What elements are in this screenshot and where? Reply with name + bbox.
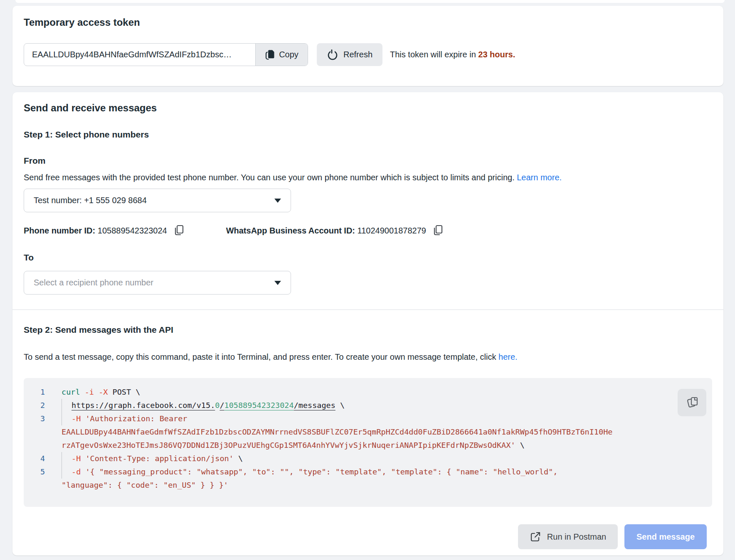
- to-placeholder: Select a recipient phone number: [34, 278, 153, 287]
- from-selected-value: Test number: +1 555 029 8684: [34, 196, 147, 205]
- line-number: 5: [40, 465, 62, 479]
- copy-code-button[interactable]: [678, 389, 706, 416]
- line-number: 4: [40, 452, 62, 465]
- run-in-postman-label: Run in Postman: [547, 532, 606, 542]
- code-line-content: https://graph.facebook.com/v15.0/1058895…: [62, 399, 345, 412]
- code-segment: /messages: [294, 401, 335, 410]
- code-line: 5-d '{ "messaging_product": "whatsapp", …: [24, 465, 712, 479]
- code-segment: "language": { "code": "en_US" } } }': [62, 481, 228, 489]
- code-line: 4-H 'Content-Type: application/json' \: [24, 452, 712, 465]
- line-number: 1: [40, 386, 62, 399]
- whatsapp-api-setup-page: Temporary access token EAALLDUBpy44BAHNf…: [0, 0, 735, 560]
- code-line-content: -d '{ "messaging_product": "whatsapp", "…: [62, 465, 558, 479]
- learn-more-link[interactable]: Learn more.: [517, 173, 562, 182]
- to-phone-select[interactable]: Select a recipient phone number: [24, 271, 291, 295]
- action-buttons-row: Run in Postman Send message: [518, 524, 707, 549]
- code-line: 2https://graph.facebook.com/v15.0/105889…: [24, 399, 712, 412]
- code-line-content: curl -i -X POST \: [62, 386, 140, 399]
- waba-id-label: WhatsApp Business Account ID:: [226, 226, 355, 236]
- from-description-text: Send free messages with the provided tes…: [24, 173, 517, 182]
- copy-icon: [265, 49, 275, 60]
- copy-icon: [685, 395, 699, 410]
- send-message-label: Send message: [636, 532, 695, 542]
- line-number: 3: [40, 412, 62, 425]
- code-segment: 105889542323024: [224, 401, 294, 410]
- code-line: 3-H 'Authorization: Bearer: [24, 412, 712, 425]
- code-segment: /: [220, 401, 224, 410]
- expiry-prefix: This token will expire in: [390, 50, 476, 59]
- expiry-highlight: 23 hours.: [476, 50, 515, 59]
- code-segment: '{ "messaging_product": "whatsapp", "to"…: [81, 467, 557, 476]
- code-segment: 'Authorization: Bearer: [81, 414, 187, 423]
- phone-number-id-value: 105889542323024: [95, 226, 167, 236]
- code-segment: -d: [72, 467, 81, 476]
- previous-card-bottom-edge: [15, 0, 725, 3]
- token-expiry-text: This token will expire in 23 hours.: [390, 43, 515, 66]
- code-line: EAALLDUBpy44BAHNfaeGdmfWfSZAdIFzb1DzbscO…: [24, 425, 712, 439]
- curl-command-code-block: 1curl -i -X POST \2https://graph.faceboo…: [24, 378, 712, 507]
- code-line-content: "language": { "code": "en_US" } } }': [62, 479, 228, 492]
- code-segment: 0: [215, 401, 220, 410]
- code-segment: curl: [62, 388, 85, 396]
- from-description: Send free messages with the provided tes…: [24, 171, 562, 184]
- code-line-content: rzATgevOsWxe23HoTEJmsJ86VQ7DDNd1ZBj3OPuz…: [62, 439, 525, 452]
- step2-description: To send a test message, copy this comman…: [24, 351, 518, 363]
- code-line: rzATgevOsWxe23HoTEJmsJ86VQ7DDNd1ZBj3OPuz…: [24, 439, 712, 452]
- temporary-access-token-card: Temporary access token EAALLDUBpy44BAHNf…: [12, 6, 723, 86]
- refresh-icon: [327, 49, 338, 61]
- line-number: [40, 425, 62, 439]
- code-segment: rzATgevOsWxe23HoTEJmsJ86VQ7DDNd1ZBj3OPuz…: [62, 441, 515, 449]
- here-link[interactable]: here.: [498, 352, 518, 361]
- refresh-token-button[interactable]: Refresh: [317, 43, 382, 66]
- from-phone-select[interactable]: Test number: +1 555 029 8684: [24, 189, 291, 212]
- line-number: [40, 479, 62, 492]
- external-link-icon: [530, 531, 541, 543]
- code-segment: -H: [72, 414, 81, 423]
- messages-card-title: Send and receive messages: [24, 102, 157, 114]
- copy-button-label: Copy: [279, 50, 298, 59]
- copy-token-button[interactable]: Copy: [255, 44, 308, 66]
- code-line: 1curl -i -X POST \: [24, 386, 712, 399]
- code-lines: 1curl -i -X POST \2https://graph.faceboo…: [24, 386, 712, 492]
- code-line: "language": { "code": "en_US" } } }': [24, 479, 712, 492]
- code-segment: \: [515, 441, 525, 449]
- code-segment: EAALLDUBpy44BAHNfaeGdmfWfSZAdIFzb1DzbscO…: [62, 427, 612, 436]
- code-segment: -X: [99, 388, 108, 396]
- code-segment: https://graph.facebook.com/v15.: [72, 401, 215, 410]
- code-line-content: EAALLDUBpy44BAHNfaeGdmfWfSZAdIFzb1DzbscO…: [62, 425, 612, 439]
- code-segment: [94, 388, 99, 396]
- step1-heading: Step 1: Select phone numbers: [24, 130, 149, 140]
- code-line-content: -H 'Content-Type: application/json' \: [62, 452, 243, 465]
- code-segment: -i: [85, 388, 94, 396]
- code-segment: 'Content-Type: application/json': [81, 454, 234, 463]
- step2-heading: Step 2: Send messages with the API: [24, 325, 173, 335]
- token-card-title: Temporary access token: [24, 17, 140, 28]
- waba-id-value: 110249001878279: [355, 226, 426, 236]
- code-segment: -H: [72, 454, 81, 463]
- chevron-down-icon: [274, 199, 281, 203]
- code-segment: POST \: [108, 388, 140, 396]
- to-label: To: [24, 253, 34, 263]
- copy-waba-id-button[interactable]: [432, 224, 444, 237]
- ids-row: Phone number ID: 105889542323024 WhatsAp…: [24, 224, 444, 237]
- refresh-button-label: Refresh: [343, 50, 372, 59]
- access-token-field[interactable]: EAALLDUBpy44BAHNfaeGdmfWfSZAdIFzb1Dzbsc…: [24, 44, 255, 66]
- phone-number-id-label: Phone number ID:: [24, 226, 95, 236]
- code-segment: \: [234, 454, 243, 463]
- token-field-group: EAALLDUBpy44BAHNfaeGdmfWfSZAdIFzb1Dzbsc……: [24, 43, 308, 66]
- run-in-postman-button[interactable]: Run in Postman: [518, 524, 618, 549]
- line-number: [40, 439, 62, 452]
- send-message-button[interactable]: Send message: [624, 524, 707, 549]
- copy-icon: [432, 224, 444, 237]
- copy-phone-number-id-button[interactable]: [173, 224, 185, 237]
- code-line-content: -H 'Authorization: Bearer: [62, 412, 187, 425]
- from-label: From: [24, 156, 46, 166]
- send-receive-messages-card: Send and receive messages Step 1: Select…: [12, 92, 723, 555]
- code-segment: \: [335, 401, 345, 410]
- step2-description-text: To send a test message, copy this comman…: [24, 352, 498, 361]
- copy-icon: [173, 224, 185, 237]
- chevron-down-icon: [274, 281, 281, 285]
- section-divider: [12, 309, 723, 310]
- line-number: 2: [40, 399, 62, 412]
